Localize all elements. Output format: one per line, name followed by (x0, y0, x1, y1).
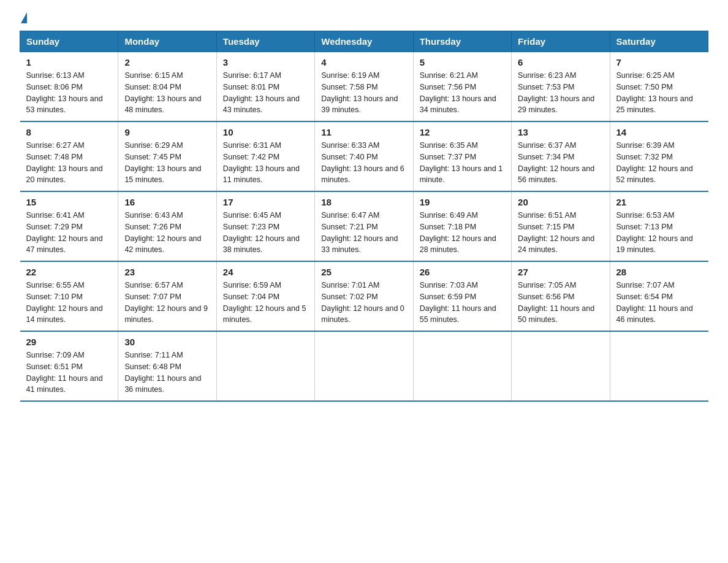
page-header (20, 15, 708, 26)
logo (20, 15, 27, 26)
calendar-cell: 5 Sunrise: 6:21 AMSunset: 7:56 PMDayligh… (413, 52, 511, 122)
calendar-cell: 9 Sunrise: 6:29 AMSunset: 7:45 PMDayligh… (118, 121, 216, 191)
day-info: Sunrise: 7:05 AMSunset: 6:56 PMDaylight:… (518, 281, 594, 324)
calendar-cell: 10 Sunrise: 6:31 AMSunset: 7:42 PMDaylig… (216, 121, 314, 191)
day-number: 28 (616, 267, 702, 277)
day-info: Sunrise: 6:23 AMSunset: 7:53 PMDaylight:… (518, 71, 594, 114)
day-info: Sunrise: 6:39 AMSunset: 7:32 PMDaylight:… (616, 141, 693, 184)
logo-triangle-icon (21, 12, 27, 23)
calendar-cell: 27 Sunrise: 7:05 AMSunset: 6:56 PMDaylig… (512, 261, 610, 331)
day-info: Sunrise: 6:31 AMSunset: 7:42 PMDaylight:… (223, 141, 300, 184)
day-number: 19 (420, 197, 505, 207)
day-info: Sunrise: 6:47 AMSunset: 7:21 PMDaylight:… (321, 211, 398, 254)
day-number: 7 (616, 57, 702, 67)
day-info: Sunrise: 7:01 AMSunset: 7:02 PMDaylight:… (321, 281, 404, 324)
day-number: 20 (518, 197, 603, 207)
day-number: 15 (26, 197, 112, 207)
calendar-cell: 30 Sunrise: 7:11 AMSunset: 6:48 PMDaylig… (118, 331, 216, 401)
calendar-cell: 24 Sunrise: 6:59 AMSunset: 7:04 PMDaylig… (216, 261, 314, 331)
day-info: Sunrise: 6:43 AMSunset: 7:26 PMDaylight:… (124, 211, 201, 254)
calendar-week-row: 29 Sunrise: 7:09 AMSunset: 6:51 PMDaylig… (20, 331, 708, 401)
calendar-cell (216, 331, 314, 401)
day-info: Sunrise: 6:57 AMSunset: 7:07 PMDaylight:… (124, 281, 208, 324)
day-number: 14 (616, 127, 702, 137)
weekday-header-friday: Friday (512, 31, 610, 52)
day-info: Sunrise: 6:37 AMSunset: 7:34 PMDaylight:… (518, 141, 594, 184)
day-number: 4 (321, 57, 406, 67)
calendar-cell: 7 Sunrise: 6:25 AMSunset: 7:50 PMDayligh… (610, 52, 708, 122)
calendar-cell: 2 Sunrise: 6:15 AMSunset: 8:04 PMDayligh… (118, 52, 216, 122)
day-number: 17 (223, 197, 308, 207)
day-number: 11 (321, 127, 406, 137)
day-info: Sunrise: 6:29 AMSunset: 7:45 PMDaylight:… (124, 141, 201, 184)
day-number: 30 (124, 337, 210, 347)
calendar-cell: 16 Sunrise: 6:43 AMSunset: 7:26 PMDaylig… (118, 191, 216, 261)
calendar-cell: 11 Sunrise: 6:33 AMSunset: 7:40 PMDaylig… (315, 121, 413, 191)
calendar-week-row: 22 Sunrise: 6:55 AMSunset: 7:10 PMDaylig… (20, 261, 708, 331)
day-info: Sunrise: 6:27 AMSunset: 7:48 PMDaylight:… (26, 141, 103, 184)
day-number: 12 (420, 127, 505, 137)
day-info: Sunrise: 6:25 AMSunset: 7:50 PMDaylight:… (616, 71, 693, 114)
calendar-cell (315, 331, 413, 401)
day-info: Sunrise: 6:13 AMSunset: 8:06 PMDaylight:… (26, 71, 103, 114)
day-number: 25 (321, 267, 406, 277)
day-info: Sunrise: 6:51 AMSunset: 7:15 PMDaylight:… (518, 211, 594, 254)
calendar-week-row: 1 Sunrise: 6:13 AMSunset: 8:06 PMDayligh… (20, 52, 708, 122)
calendar-week-row: 8 Sunrise: 6:27 AMSunset: 7:48 PMDayligh… (20, 121, 708, 191)
calendar-table: SundayMondayTuesdayWednesdayThursdayFrid… (20, 31, 708, 402)
day-number: 27 (518, 267, 603, 277)
day-number: 29 (26, 337, 112, 347)
weekday-header-monday: Monday (118, 31, 216, 52)
day-number: 26 (420, 267, 505, 277)
calendar-cell: 19 Sunrise: 6:49 AMSunset: 7:18 PMDaylig… (413, 191, 511, 261)
weekday-header-wednesday: Wednesday (315, 31, 413, 52)
day-info: Sunrise: 6:33 AMSunset: 7:40 PMDaylight:… (321, 141, 404, 184)
calendar-cell (512, 331, 610, 401)
day-info: Sunrise: 6:55 AMSunset: 7:10 PMDaylight:… (26, 281, 103, 324)
calendar-cell: 14 Sunrise: 6:39 AMSunset: 7:32 PMDaylig… (610, 121, 708, 191)
calendar-cell: 29 Sunrise: 7:09 AMSunset: 6:51 PMDaylig… (20, 331, 118, 401)
calendar-cell: 22 Sunrise: 6:55 AMSunset: 7:10 PMDaylig… (20, 261, 118, 331)
calendar-cell: 13 Sunrise: 6:37 AMSunset: 7:34 PMDaylig… (512, 121, 610, 191)
weekday-header-sunday: Sunday (20, 31, 118, 52)
calendar-cell: 26 Sunrise: 7:03 AMSunset: 6:59 PMDaylig… (413, 261, 511, 331)
day-number: 10 (223, 127, 308, 137)
calendar-cell: 15 Sunrise: 6:41 AMSunset: 7:29 PMDaylig… (20, 191, 118, 261)
weekday-header-thursday: Thursday (413, 31, 511, 52)
day-info: Sunrise: 6:21 AMSunset: 7:56 PMDaylight:… (420, 71, 496, 114)
day-number: 5 (420, 57, 505, 67)
day-info: Sunrise: 7:11 AMSunset: 6:48 PMDaylight:… (124, 351, 201, 394)
calendar-cell: 17 Sunrise: 6:45 AMSunset: 7:23 PMDaylig… (216, 191, 314, 261)
day-number: 8 (26, 127, 112, 137)
day-number: 9 (124, 127, 210, 137)
day-info: Sunrise: 7:03 AMSunset: 6:59 PMDaylight:… (420, 281, 496, 324)
day-info: Sunrise: 7:09 AMSunset: 6:51 PMDaylight:… (26, 351, 103, 394)
weekday-header-tuesday: Tuesday (216, 31, 314, 52)
day-number: 24 (223, 267, 308, 277)
day-number: 13 (518, 127, 603, 137)
calendar-cell (610, 331, 708, 401)
calendar-cell (413, 331, 511, 401)
day-info: Sunrise: 6:17 AMSunset: 8:01 PMDaylight:… (223, 71, 300, 114)
calendar-cell: 25 Sunrise: 7:01 AMSunset: 7:02 PMDaylig… (315, 261, 413, 331)
weekday-header-saturday: Saturday (610, 31, 708, 52)
day-number: 21 (616, 197, 702, 207)
calendar-cell: 8 Sunrise: 6:27 AMSunset: 7:48 PMDayligh… (20, 121, 118, 191)
day-info: Sunrise: 6:45 AMSunset: 7:23 PMDaylight:… (223, 211, 300, 254)
day-number: 22 (26, 267, 112, 277)
day-number: 1 (26, 57, 112, 67)
calendar-cell: 4 Sunrise: 6:19 AMSunset: 7:58 PMDayligh… (315, 52, 413, 122)
day-info: Sunrise: 6:15 AMSunset: 8:04 PMDaylight:… (124, 71, 201, 114)
day-info: Sunrise: 6:35 AMSunset: 7:37 PMDaylight:… (420, 141, 503, 184)
calendar-cell: 1 Sunrise: 6:13 AMSunset: 8:06 PMDayligh… (20, 52, 118, 122)
calendar-cell: 6 Sunrise: 6:23 AMSunset: 7:53 PMDayligh… (512, 52, 610, 122)
day-info: Sunrise: 6:59 AMSunset: 7:04 PMDaylight:… (223, 281, 306, 324)
day-number: 3 (223, 57, 308, 67)
day-number: 6 (518, 57, 603, 67)
weekday-header-row: SundayMondayTuesdayWednesdayThursdayFrid… (20, 31, 708, 52)
calendar-cell: 12 Sunrise: 6:35 AMSunset: 7:37 PMDaylig… (413, 121, 511, 191)
day-info: Sunrise: 6:41 AMSunset: 7:29 PMDaylight:… (26, 211, 103, 254)
day-info: Sunrise: 6:19 AMSunset: 7:58 PMDaylight:… (321, 71, 398, 114)
calendar-cell: 21 Sunrise: 6:53 AMSunset: 7:13 PMDaylig… (610, 191, 708, 261)
calendar-cell: 23 Sunrise: 6:57 AMSunset: 7:07 PMDaylig… (118, 261, 216, 331)
